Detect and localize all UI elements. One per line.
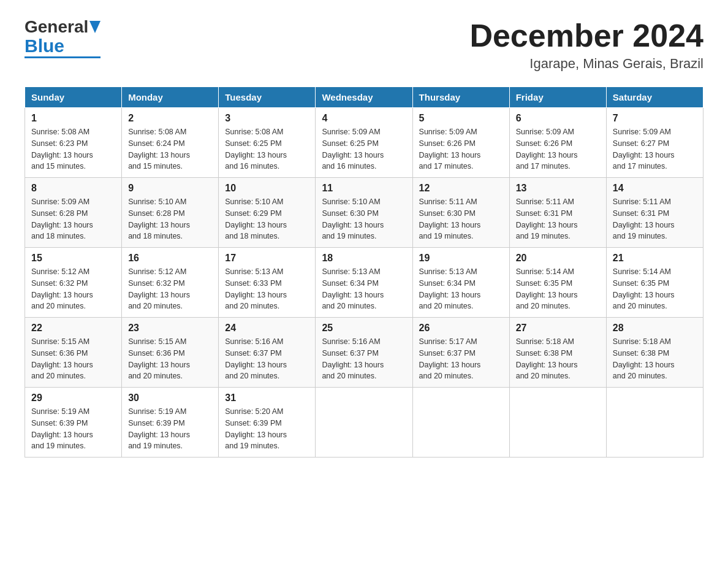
day-cell: 14 Sunrise: 5:11 AM Sunset: 6:31 PM Dayl… (606, 178, 703, 248)
header-row: SundayMondayTuesdayWednesdayThursdayFrid… (25, 87, 703, 108)
day-number: 27 (516, 323, 600, 334)
day-cell: 10 Sunrise: 5:10 AM Sunset: 6:29 PM Dayl… (219, 178, 316, 248)
day-cell (606, 388, 703, 458)
day-info: Sunrise: 5:09 AM Sunset: 6:27 PM Dayligh… (613, 126, 697, 172)
day-cell: 28 Sunrise: 5:18 AM Sunset: 6:38 PM Dayl… (606, 318, 703, 388)
page-header: General Blue December 2024 Igarape, Mina… (25, 18, 703, 72)
logo: General Blue (25, 18, 100, 58)
header-cell-sunday: Sunday (25, 87, 122, 108)
day-number: 3 (225, 113, 309, 124)
day-number: 26 (419, 323, 503, 334)
day-info: Sunrise: 5:14 AM Sunset: 6:35 PM Dayligh… (516, 266, 600, 312)
day-cell: 2 Sunrise: 5:08 AM Sunset: 6:24 PM Dayli… (122, 108, 219, 178)
day-cell: 6 Sunrise: 5:09 AM Sunset: 6:26 PM Dayli… (509, 108, 606, 178)
logo-general-text: General (25, 18, 88, 36)
week-row-3: 15 Sunrise: 5:12 AM Sunset: 6:32 PM Dayl… (25, 248, 703, 318)
week-row-1: 1 Sunrise: 5:08 AM Sunset: 6:23 PM Dayli… (25, 108, 703, 178)
day-info: Sunrise: 5:16 AM Sunset: 6:37 PM Dayligh… (225, 336, 309, 382)
day-number: 11 (322, 183, 406, 194)
day-number: 13 (516, 183, 600, 194)
day-number: 2 (128, 113, 212, 124)
day-cell: 9 Sunrise: 5:10 AM Sunset: 6:28 PM Dayli… (122, 178, 219, 248)
day-number: 18 (322, 253, 406, 264)
day-info: Sunrise: 5:08 AM Sunset: 6:23 PM Dayligh… (31, 126, 115, 172)
day-cell (412, 388, 509, 458)
calendar-title: December 2024 (469, 18, 703, 53)
day-cell: 18 Sunrise: 5:13 AM Sunset: 6:34 PM Dayl… (316, 248, 412, 318)
day-info: Sunrise: 5:13 AM Sunset: 6:34 PM Dayligh… (322, 266, 406, 312)
day-number: 19 (419, 253, 503, 264)
header-cell-wednesday: Wednesday (316, 87, 412, 108)
week-row-5: 29 Sunrise: 5:19 AM Sunset: 6:39 PM Dayl… (25, 388, 703, 458)
day-cell: 31 Sunrise: 5:20 AM Sunset: 6:39 PM Dayl… (219, 388, 316, 458)
day-cell: 30 Sunrise: 5:19 AM Sunset: 6:39 PM Dayl… (122, 388, 219, 458)
day-number: 15 (31, 253, 115, 264)
day-number: 17 (225, 253, 309, 264)
logo-blue-text: Blue (25, 36, 64, 56)
day-number: 25 (322, 323, 406, 334)
day-info: Sunrise: 5:20 AM Sunset: 6:39 PM Dayligh… (225, 406, 309, 452)
day-cell: 15 Sunrise: 5:12 AM Sunset: 6:32 PM Dayl… (25, 248, 122, 318)
header-cell-friday: Friday (509, 87, 606, 108)
day-number: 29 (31, 393, 115, 404)
day-cell: 16 Sunrise: 5:12 AM Sunset: 6:32 PM Dayl… (122, 248, 219, 318)
calendar-table: SundayMondayTuesdayWednesdayThursdayFrid… (25, 86, 703, 458)
day-cell: 20 Sunrise: 5:14 AM Sunset: 6:35 PM Dayl… (509, 248, 606, 318)
day-info: Sunrise: 5:18 AM Sunset: 6:38 PM Dayligh… (613, 336, 697, 382)
day-number: 1 (31, 113, 115, 124)
svg-marker-0 (89, 21, 100, 33)
day-cell: 11 Sunrise: 5:10 AM Sunset: 6:30 PM Dayl… (316, 178, 412, 248)
title-block: December 2024 Igarape, Minas Gerais, Bra… (469, 18, 703, 72)
day-info: Sunrise: 5:08 AM Sunset: 6:24 PM Dayligh… (128, 126, 212, 172)
calendar-subtitle: Igarape, Minas Gerais, Brazil (469, 56, 703, 72)
day-info: Sunrise: 5:17 AM Sunset: 6:37 PM Dayligh… (419, 336, 503, 382)
day-number: 21 (613, 253, 697, 264)
day-cell: 23 Sunrise: 5:15 AM Sunset: 6:36 PM Dayl… (122, 318, 219, 388)
day-cell (316, 388, 412, 458)
day-number: 10 (225, 183, 309, 194)
day-info: Sunrise: 5:11 AM Sunset: 6:31 PM Dayligh… (613, 196, 697, 242)
day-info: Sunrise: 5:10 AM Sunset: 6:28 PM Dayligh… (128, 196, 212, 242)
day-number: 8 (31, 183, 115, 194)
day-number: 22 (31, 323, 115, 334)
day-cell: 8 Sunrise: 5:09 AM Sunset: 6:28 PM Dayli… (25, 178, 122, 248)
day-cell: 26 Sunrise: 5:17 AM Sunset: 6:37 PM Dayl… (412, 318, 509, 388)
day-info: Sunrise: 5:15 AM Sunset: 6:36 PM Dayligh… (31, 336, 115, 382)
day-cell: 17 Sunrise: 5:13 AM Sunset: 6:33 PM Dayl… (219, 248, 316, 318)
day-cell: 24 Sunrise: 5:16 AM Sunset: 6:37 PM Dayl… (219, 318, 316, 388)
day-number: 28 (613, 323, 697, 334)
day-cell: 4 Sunrise: 5:09 AM Sunset: 6:25 PM Dayli… (316, 108, 412, 178)
day-info: Sunrise: 5:14 AM Sunset: 6:35 PM Dayligh… (613, 266, 697, 312)
day-info: Sunrise: 5:15 AM Sunset: 6:36 PM Dayligh… (128, 336, 212, 382)
day-number: 23 (128, 323, 212, 334)
day-number: 7 (613, 113, 697, 124)
day-cell: 3 Sunrise: 5:08 AM Sunset: 6:25 PM Dayli… (219, 108, 316, 178)
day-cell: 12 Sunrise: 5:11 AM Sunset: 6:30 PM Dayl… (412, 178, 509, 248)
day-info: Sunrise: 5:09 AM Sunset: 6:28 PM Dayligh… (31, 196, 115, 242)
day-info: Sunrise: 5:10 AM Sunset: 6:29 PM Dayligh… (225, 196, 309, 242)
header-cell-monday: Monday (122, 87, 219, 108)
day-info: Sunrise: 5:19 AM Sunset: 6:39 PM Dayligh… (31, 406, 115, 452)
header-cell-thursday: Thursday (412, 87, 509, 108)
day-number: 12 (419, 183, 503, 194)
day-number: 6 (516, 113, 600, 124)
day-cell: 27 Sunrise: 5:18 AM Sunset: 6:38 PM Dayl… (509, 318, 606, 388)
day-number: 16 (128, 253, 212, 264)
day-number: 30 (128, 393, 212, 404)
day-number: 4 (322, 113, 406, 124)
day-number: 14 (613, 183, 697, 194)
header-cell-tuesday: Tuesday (219, 87, 316, 108)
day-cell: 22 Sunrise: 5:15 AM Sunset: 6:36 PM Dayl… (25, 318, 122, 388)
day-number: 5 (419, 113, 503, 124)
day-number: 9 (128, 183, 212, 194)
calendar-header: SundayMondayTuesdayWednesdayThursdayFrid… (25, 87, 703, 108)
header-cell-saturday: Saturday (606, 87, 703, 108)
day-cell: 25 Sunrise: 5:16 AM Sunset: 6:37 PM Dayl… (316, 318, 412, 388)
day-number: 24 (225, 323, 309, 334)
day-info: Sunrise: 5:10 AM Sunset: 6:30 PM Dayligh… (322, 196, 406, 242)
day-number: 31 (225, 393, 309, 404)
day-info: Sunrise: 5:16 AM Sunset: 6:37 PM Dayligh… (322, 336, 406, 382)
day-cell: 7 Sunrise: 5:09 AM Sunset: 6:27 PM Dayli… (606, 108, 703, 178)
day-info: Sunrise: 5:13 AM Sunset: 6:33 PM Dayligh… (225, 266, 309, 312)
day-cell: 29 Sunrise: 5:19 AM Sunset: 6:39 PM Dayl… (25, 388, 122, 458)
